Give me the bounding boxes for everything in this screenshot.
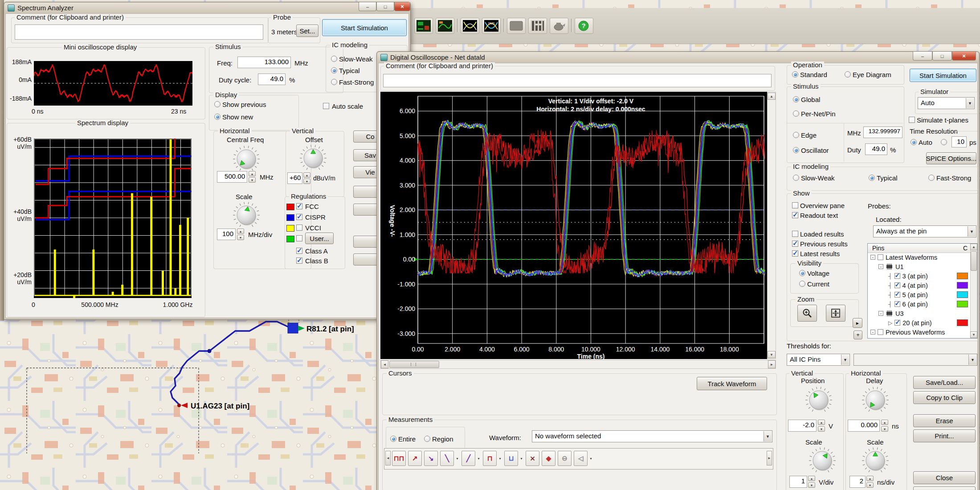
digital-oscilloscope-window[interactable]: Digital Oscilloscope - Net datald – □ × … — [376, 51, 980, 490]
tree-expand-button[interactable]: ► — [853, 318, 862, 328]
title-bar[interactable]: Digital Oscilloscope - Net datald — [377, 52, 979, 62]
h-scale-knob[interactable] — [232, 201, 261, 229]
edge-radio[interactable] — [793, 132, 799, 138]
measurement-tool-7-button[interactable]: ⊔ — [504, 451, 518, 466]
measurement-tool-10-button[interactable]: ⊖ — [558, 451, 572, 466]
tree-row-20-at-pin[interactable]: ▷20 (at pin) — [868, 318, 970, 327]
user-button[interactable]: User... — [305, 233, 334, 244]
tree-checkbox[interactable] — [894, 282, 900, 288]
tree-row-4-at-pin[interactable]: ┤4 (at pin) — [868, 281, 970, 290]
osc-typical-radio[interactable] — [869, 175, 875, 181]
tree-row-u1[interactable]: -U1 — [868, 262, 970, 271]
global-radio[interactable] — [793, 96, 799, 102]
region-radio[interactable] — [424, 436, 430, 442]
waveform-color-swatch[interactable] — [957, 282, 968, 289]
measurement-tool-8-button[interactable]: ⨯ — [526, 451, 539, 466]
h-scale-spinner[interactable]: ▲▼ — [237, 229, 245, 240]
h-delay-spinner[interactable]: ▲▼ — [881, 420, 889, 432]
tree-expander[interactable]: - — [870, 255, 875, 260]
tree-checkbox[interactable] — [894, 273, 900, 279]
osc-faststrong-radio[interactable] — [928, 175, 935, 181]
measurement-tool-6-button[interactable]: ⊓ — [483, 451, 497, 466]
tree-checkbox[interactable] — [878, 329, 883, 335]
simulator-dropdown[interactable]: Auto — [918, 97, 975, 109]
osc-button-close[interactable]: Close — [913, 471, 976, 484]
class-b-checkbox[interactable] — [296, 257, 302, 264]
scope-plot[interactable]: Vertical: 1 V/div offset: -2.0 VHorizont… — [380, 92, 767, 359]
oscillator-radio[interactable] — [793, 147, 799, 153]
vcci-checkbox[interactable] — [296, 225, 302, 231]
via-pattern-icon[interactable] — [528, 18, 547, 34]
measurement-tool-2-button[interactable]: ↗ — [408, 451, 422, 466]
minimize-button[interactable]: – — [359, 2, 376, 11]
tree-row-6-at-pin[interactable]: ┤6 (at pin) — [868, 299, 970, 309]
minimize-button[interactable]: – — [913, 52, 932, 61]
thresholds-value-dropdown[interactable] — [853, 354, 977, 366]
h-delay-input[interactable]: 0.000 — [848, 420, 880, 432]
eye-diagram-icon[interactable]: 0MS — [482, 18, 501, 34]
previous-results-checkbox[interactable] — [792, 241, 798, 247]
plot-scroll-right[interactable]: ► — [768, 360, 776, 368]
v-scale-spinner[interactable]: ▲▼ — [808, 476, 816, 488]
tree-scroll-up[interactable]: ▲ — [970, 244, 977, 250]
tres-input[interactable]: 10 — [951, 136, 967, 147]
offset-input[interactable]: +60 — [287, 172, 302, 184]
mhz-input[interactable]: 132.999997 — [863, 127, 902, 138]
osc-button-erase[interactable]: Erase — [913, 414, 976, 427]
located-dropdown[interactable]: Always at the pin — [873, 225, 976, 237]
tree-checkbox[interactable] — [878, 254, 883, 260]
h-scale2-spinner[interactable]: ▲▼ — [866, 476, 874, 488]
tree-expander[interactable]: - — [870, 330, 875, 335]
measurement-tool-9-button[interactable]: ◆ — [542, 451, 555, 466]
waveform-dropdown[interactable]: No waveform selected — [532, 430, 772, 442]
cispr-checkbox[interactable] — [296, 214, 302, 220]
readout-text-checkbox[interactable] — [792, 212, 798, 218]
entire-radio[interactable] — [390, 436, 396, 442]
comment-input[interactable] — [383, 74, 772, 87]
tree-expander[interactable]: - — [878, 264, 883, 269]
meas-scroll-left[interactable]: ◄ — [385, 451, 391, 466]
spice-options-button[interactable]: SPICE Options... — [926, 152, 976, 164]
h-scale2-knob[interactable] — [861, 446, 890, 475]
central-freq-spinner[interactable]: ▲▼ — [249, 171, 256, 183]
v-position-spinner[interactable]: ▲▼ — [818, 420, 825, 432]
osc-button-help[interactable]: Help — [913, 486, 976, 490]
waveform-color-swatch[interactable] — [957, 301, 968, 307]
osc-slowweak-radio[interactable] — [793, 175, 799, 181]
v-position-knob[interactable] — [804, 386, 833, 414]
plot-scroll-down[interactable]: ▼ — [768, 351, 776, 358]
track-waveform-button[interactable]: Track Waveform — [697, 377, 767, 390]
eye-diagram-radio[interactable] — [845, 71, 851, 78]
plot-scroll-up[interactable]: ▲ — [768, 93, 776, 100]
duty-input[interactable]: 49.0 — [258, 74, 286, 85]
measurement-tool-4-dropdown[interactable]: ▾ — [455, 451, 460, 466]
tree-row-previous-waveforms[interactable]: -Previous Waveforms — [868, 327, 970, 337]
loaded-results-checkbox[interactable] — [792, 231, 798, 237]
v-scale-input[interactable]: 1 — [789, 476, 807, 488]
zoom-in-button[interactable] — [797, 305, 817, 322]
pernetpin-radio[interactable] — [793, 110, 799, 117]
osc-button-copy-to-clip[interactable]: Copy to Clip — [913, 391, 976, 404]
central-freq-input[interactable]: 500.00 — [217, 171, 247, 183]
close-button[interactable]: × — [952, 52, 976, 61]
measurement-tool-1-button[interactable]: ⊓⊓ — [392, 451, 406, 466]
offset-spinner[interactable]: ▲▼ — [303, 172, 311, 184]
zoom-fit-button[interactable] — [826, 305, 845, 322]
plane-layer-icon[interactable] — [507, 18, 526, 34]
tree-checkbox[interactable] — [894, 301, 900, 307]
tplanes-checkbox[interactable] — [909, 117, 915, 123]
central-freq-knob[interactable] — [232, 145, 261, 173]
tree-row-u3[interactable]: -U3 — [868, 309, 970, 318]
latest-results-checkbox[interactable] — [792, 250, 798, 257]
h-scale2-input[interactable]: 2 — [849, 476, 866, 488]
osc-button-save-load[interactable]: Save/Load... — [913, 376, 976, 389]
title-bar[interactable]: Spectrum Analyzer — [4, 3, 410, 13]
v-scale-knob[interactable] — [808, 446, 837, 475]
measurement-tool-4-button[interactable]: ╲ — [440, 451, 454, 466]
show-new-radio[interactable] — [214, 114, 220, 120]
pin-u1-ag23[interactable] — [177, 404, 181, 407]
h-delay-knob[interactable] — [861, 386, 890, 414]
tree-add-button[interactable]: + — [853, 331, 862, 339]
v-position-input[interactable]: -2.0 — [788, 420, 817, 432]
tree-checkbox[interactable] — [894, 292, 900, 298]
